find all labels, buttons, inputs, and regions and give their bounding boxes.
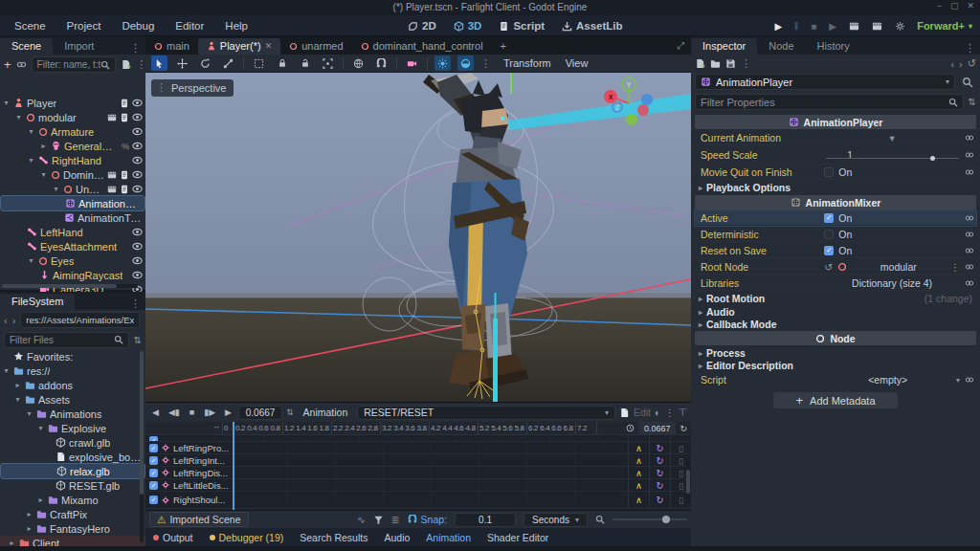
fs-addons[interactable]: ▸addons bbox=[0, 378, 145, 392]
tree-node-righthand[interactable]: ▾RightHand bbox=[0, 153, 145, 167]
object-tools-icon[interactable] bbox=[962, 77, 973, 88]
panel-output[interactable]: Output bbox=[153, 532, 193, 543]
script-icon[interactable] bbox=[120, 185, 129, 194]
group-node-button[interactable] bbox=[320, 55, 336, 71]
fs-res-root[interactable]: ▾res:// bbox=[0, 364, 145, 378]
property-tools-icon[interactable]: ⇅ bbox=[969, 97, 976, 107]
menu-debug[interactable]: Debug bbox=[111, 15, 165, 36]
fs-client[interactable]: ▸Client bbox=[0, 536, 145, 546]
stop-icon[interactable]: ■ bbox=[811, 21, 816, 32]
keying-icon[interactable] bbox=[965, 133, 974, 143]
keying-icon[interactable] bbox=[965, 167, 974, 177]
visibility-eye-icon[interactable] bbox=[132, 255, 143, 266]
tree-node-generalskeleton[interactable]: ▸GeneralSkeleton% bbox=[0, 139, 145, 153]
tab-scene[interactable]: Scene bbox=[0, 38, 53, 55]
script-icon[interactable] bbox=[120, 99, 129, 108]
new-resource-icon[interactable] bbox=[695, 58, 705, 69]
wrap-mode-icon[interactable]: ∧ bbox=[628, 479, 649, 491]
pin-panel-icon[interactable]: ⊤ bbox=[679, 407, 687, 418]
revert-icon[interactable]: ↺ bbox=[824, 261, 833, 273]
nav-forward-icon[interactable]: › bbox=[12, 315, 16, 326]
panel-search-results[interactable]: Search Results bbox=[300, 532, 368, 543]
snap-toggle-button[interactable] bbox=[373, 55, 390, 71]
snap-toggle[interactable]: Snap: bbox=[408, 514, 447, 525]
prop-libraries[interactable]: Libraries Dictionary (size 4) bbox=[695, 276, 976, 291]
save-resource-icon[interactable] bbox=[725, 58, 736, 69]
tree-node-eyesattachment[interactable]: EyesAttachment bbox=[0, 239, 145, 253]
track-enabled-checkbox[interactable]: ✓ bbox=[149, 496, 158, 504]
visibility-eye-icon[interactable] bbox=[132, 169, 143, 180]
timeline-playhead[interactable] bbox=[233, 422, 234, 510]
imported-scene-button[interactable]: ⚠ Imported Scene bbox=[149, 512, 249, 527]
history-back-icon[interactable]: ‹ bbox=[950, 58, 954, 70]
workspace-3d[interactable]: 3D bbox=[448, 20, 488, 32]
lock-node-button[interactable] bbox=[274, 55, 290, 71]
tree-node-modular[interactable]: ▾modular bbox=[0, 110, 145, 124]
visibility-eye-icon[interactable] bbox=[132, 112, 143, 122]
rotate-tool-button[interactable] bbox=[197, 55, 213, 71]
scene-tab-unarmed[interactable]: unarmed bbox=[280, 38, 351, 55]
tab-import[interactable]: Import bbox=[53, 38, 105, 55]
dock-menu-icon[interactable]: ⋮ bbox=[960, 42, 980, 55]
update-mode-icon[interactable]: ↻ bbox=[649, 454, 670, 466]
tree-node-animationplayer[interactable]: AnimationPlayer bbox=[1, 196, 145, 210]
track-row[interactable]: ✓RightShoul...∧↻▯ bbox=[145, 492, 691, 509]
movie-writer-icon[interactable] bbox=[895, 21, 905, 32]
wrap-mode-icon[interactable]: ∧ bbox=[628, 454, 649, 466]
wrap-mode-icon[interactable]: ∧ bbox=[628, 467, 649, 478]
menu-project[interactable]: Project bbox=[56, 15, 112, 36]
perspective-menu[interactable]: ⋮ Perspective bbox=[151, 79, 234, 97]
track-enabled-checkbox[interactable]: ✓ bbox=[149, 444, 158, 452]
update-mode-icon[interactable]: ↻ bbox=[649, 467, 670, 478]
select-tool-button[interactable] bbox=[151, 55, 167, 71]
track-row[interactable]: ✓LeftLittleDis...∧↻▯ bbox=[145, 479, 691, 492]
fs-assets[interactable]: ▾Assets bbox=[0, 392, 145, 407]
tab-filesystem[interactable]: FileSystem bbox=[0, 294, 75, 310]
distraction-free-icon[interactable]: ⤢ bbox=[670, 40, 691, 55]
viewport-3d[interactable]: Y X Z ⋮ Perspective bbox=[145, 73, 691, 402]
prop-movie-quit[interactable]: Movie Quit on Finish On bbox=[695, 165, 976, 180]
path-breadcrumb[interactable]: res://Assets/Animations/Ex bbox=[20, 312, 140, 328]
tree-node-lefthand[interactable]: LeftHand bbox=[0, 225, 145, 239]
fs-favorites[interactable]: Favorites: bbox=[0, 349, 145, 364]
loop-icon[interactable]: ↻ bbox=[679, 422, 687, 434]
animation-libraries-icon[interactable] bbox=[619, 408, 630, 418]
workspace-script[interactable]: Script bbox=[493, 20, 550, 32]
visibility-eye-icon[interactable] bbox=[132, 141, 143, 151]
script-icon[interactable] bbox=[120, 113, 129, 122]
menu-editor[interactable]: Editor bbox=[165, 15, 214, 36]
tab-inspector[interactable]: Inspector bbox=[691, 38, 757, 55]
timeline-zoom-slider[interactable] bbox=[612, 518, 687, 520]
visibility-eye-icon[interactable] bbox=[132, 184, 143, 194]
prop-speed-scale[interactable]: Speed Scale 1 bbox=[695, 146, 976, 165]
history-forward-icon[interactable]: › bbox=[959, 58, 963, 70]
wrap-mode-icon[interactable]: ∧ bbox=[628, 492, 649, 508]
fold-audio[interactable]: ▸Audio bbox=[695, 305, 976, 319]
panel-animation[interactable]: Animation bbox=[426, 532, 471, 543]
fs-relax-glb[interactable]: relax.glb bbox=[1, 464, 145, 478]
step-back-icon[interactable]: ◀▮ bbox=[166, 408, 183, 417]
track-row[interactable]: ✓LeftRingDis...∧↻▯ bbox=[145, 467, 691, 479]
tree-node-eyes[interactable]: ▾Eyes bbox=[0, 253, 145, 268]
tab-node[interactable]: Node bbox=[757, 38, 805, 55]
step-forward-icon[interactable]: ▮▶ bbox=[201, 408, 218, 417]
track-enabled-checkbox[interactable]: ✓ bbox=[149, 481, 158, 490]
local-space-button[interactable] bbox=[350, 55, 367, 71]
fs-explosive-bone-map[interactable]: explosive_bone_map... bbox=[0, 450, 145, 464]
load-resource-icon[interactable] bbox=[710, 58, 721, 69]
close-tab-icon[interactable]: ✕ bbox=[265, 41, 273, 51]
scene-tab-player[interactable]: Player(*)✕ bbox=[198, 38, 280, 55]
sun-env-menu-icon[interactable]: ⋮ bbox=[480, 57, 491, 70]
prop-root-node[interactable]: Root Node ↺ modular ⋮ bbox=[695, 259, 976, 275]
edit-button[interactable]: Edit bbox=[634, 407, 651, 418]
close-icon[interactable]: ✕ bbox=[967, 1, 974, 11]
property-filter-input[interactable]: Filter Properties bbox=[695, 94, 964, 110]
animation-name-dropdown[interactable]: RESET/RESET ▾ bbox=[357, 406, 615, 420]
animation-timeline[interactable]: ↔ 0 0.2 0.4 0.6 0.8 1 1.2 1.4 1.6 1.8 2 … bbox=[145, 422, 691, 510]
dock-menu-icon[interactable]: ⋮ bbox=[125, 298, 145, 310]
tree-node-dominanthand[interactable]: ▾DominantHa... bbox=[0, 167, 145, 182]
view-menu[interactable]: View bbox=[564, 57, 590, 69]
script-icon[interactable] bbox=[120, 170, 129, 180]
track-enabled-checkbox[interactable]: ✓ bbox=[149, 469, 158, 477]
prop-script[interactable]: Script <empty>▾ bbox=[695, 372, 976, 387]
